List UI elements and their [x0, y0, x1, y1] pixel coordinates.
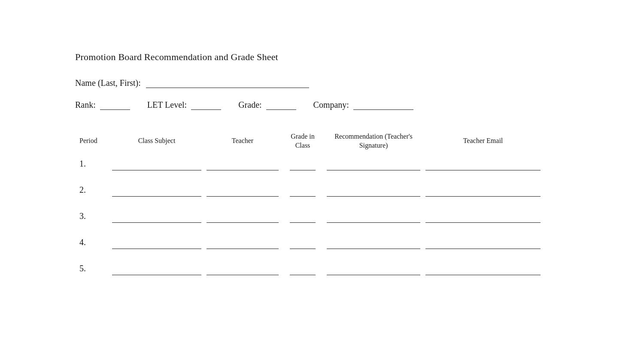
- row-1-teacher[interactable]: [207, 160, 279, 170]
- name-label: Name (Last, First):: [75, 78, 141, 88]
- row-5-recommendation[interactable]: [327, 265, 420, 275]
- row-num-3: 3.: [75, 211, 109, 223]
- grade-input-line[interactable]: [266, 100, 296, 110]
- row-num-2: 2.: [75, 185, 109, 197]
- table-row: 3.: [75, 211, 569, 223]
- row-2-class-subject[interactable]: [112, 186, 201, 197]
- info-row: Rank: LET Level: Grade: Company:: [75, 100, 569, 110]
- row-1-recommendation[interactable]: [327, 160, 420, 170]
- name-input-line[interactable]: [146, 79, 309, 88]
- table-header: Period Class Subject Teacher Grade in Cl…: [75, 132, 569, 150]
- grade-label: Grade:: [238, 100, 261, 110]
- row-4-teacher[interactable]: [207, 239, 279, 249]
- row-2-teacher[interactable]: [207, 186, 279, 197]
- company-label: Company:: [313, 100, 349, 110]
- company-field: Company:: [313, 100, 413, 110]
- grade-field: Grade:: [238, 100, 296, 110]
- row-1-grade[interactable]: [290, 160, 316, 170]
- let-level-input-line[interactable]: [191, 100, 221, 110]
- table-row: 2.: [75, 185, 569, 197]
- row-3-teacher[interactable]: [207, 213, 279, 223]
- row-1-class-subject[interactable]: [112, 160, 201, 170]
- form-title: Promotion Board Recommendation and Grade…: [75, 52, 569, 63]
- table-row: 5.: [75, 264, 569, 275]
- col-teacher: Teacher: [204, 137, 281, 146]
- row-2-recommendation[interactable]: [327, 186, 420, 197]
- company-input-line[interactable]: [353, 100, 413, 110]
- col-class-subject: Class Subject: [109, 137, 204, 146]
- rank-label: Rank:: [75, 100, 96, 110]
- let-level-field: LET Level:: [147, 100, 221, 110]
- row-2-grade[interactable]: [290, 186, 316, 197]
- row-3-email[interactable]: [425, 213, 541, 223]
- row-num-5: 5.: [75, 264, 109, 275]
- row-5-grade[interactable]: [290, 265, 316, 275]
- row-4-class-subject[interactable]: [112, 239, 201, 249]
- rank-input-line[interactable]: [100, 100, 130, 110]
- table-row: 1.: [75, 159, 569, 170]
- row-4-email[interactable]: [425, 239, 541, 249]
- row-4-grade[interactable]: [290, 239, 316, 249]
- row-num-4: 4.: [75, 237, 109, 249]
- col-teacher-email: Teacher Email: [423, 137, 543, 146]
- rank-field: Rank:: [75, 100, 130, 110]
- row-1-email[interactable]: [425, 160, 541, 170]
- page-container: Promotion Board Recommendation and Grade…: [0, 0, 644, 316]
- name-row: Name (Last, First):: [75, 78, 569, 88]
- table-section: Period Class Subject Teacher Grade in Cl…: [75, 132, 569, 275]
- table-row: 4.: [75, 237, 569, 249]
- row-5-teacher[interactable]: [207, 265, 279, 275]
- col-period: Period: [75, 137, 109, 146]
- row-3-class-subject[interactable]: [112, 213, 201, 223]
- row-5-email[interactable]: [425, 265, 541, 275]
- row-3-recommendation[interactable]: [327, 213, 420, 223]
- row-2-email[interactable]: [425, 186, 541, 197]
- let-level-label: LET Level:: [147, 100, 187, 110]
- row-4-recommendation[interactable]: [327, 239, 420, 249]
- row-3-grade[interactable]: [290, 213, 316, 223]
- row-5-class-subject[interactable]: [112, 265, 201, 275]
- row-num-1: 1.: [75, 159, 109, 170]
- col-grade-in-class: Grade in Class: [281, 132, 324, 150]
- col-recommendation: Recommendation (Teacher's Signature): [324, 132, 423, 150]
